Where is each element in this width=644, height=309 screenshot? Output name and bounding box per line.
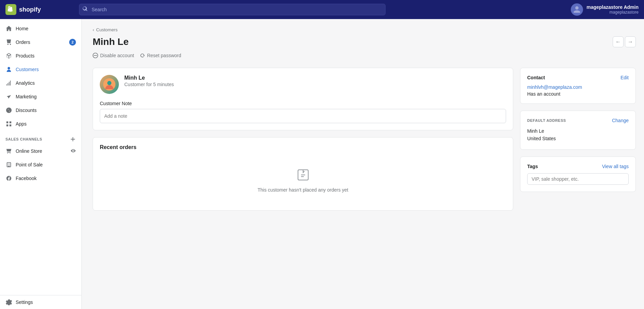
sidebar-label-marketing: Marketing bbox=[16, 94, 36, 99]
contact-title: Contact bbox=[527, 75, 545, 80]
sidebar-label-discounts: Discounts bbox=[16, 108, 36, 113]
customer-note-input[interactable] bbox=[100, 109, 506, 123]
pos-icon bbox=[5, 161, 12, 168]
sidebar-label-pos: Point of Sale bbox=[16, 162, 43, 167]
sidebar-item-facebook[interactable]: Facebook bbox=[0, 172, 81, 185]
change-address-button[interactable]: Change bbox=[612, 118, 629, 123]
logo[interactable]: shopify bbox=[5, 4, 74, 15]
user-store: mageplazastore bbox=[586, 10, 639, 15]
next-customer-button[interactable]: → bbox=[625, 36, 636, 47]
right-column: Contact Edit minhlvh@mageplaza.com Has a… bbox=[520, 68, 636, 217]
sidebar-item-marketing[interactable]: Marketing bbox=[0, 90, 81, 103]
page-title: Minh Le bbox=[93, 36, 129, 47]
sidebar-label-settings: Settings bbox=[16, 299, 33, 305]
left-column: Minh Le Customer for 5 minutes Customer … bbox=[93, 68, 513, 217]
sidebar-label-orders: Orders bbox=[16, 39, 30, 45]
sidebar-item-orders[interactable]: Orders 2 bbox=[0, 35, 81, 49]
disable-account-label: Disable account bbox=[100, 53, 134, 58]
customer-since: Customer for 5 minutes bbox=[124, 82, 174, 87]
nav-arrows: ← → bbox=[613, 36, 636, 47]
search-input[interactable] bbox=[79, 4, 386, 15]
breadcrumb[interactable]: ‹ Customers bbox=[93, 27, 636, 32]
note-label: Customer Note bbox=[100, 101, 506, 106]
sidebar-settings-section: Settings bbox=[0, 295, 81, 309]
tags-header: Tags View all tags bbox=[527, 164, 629, 169]
products-icon bbox=[5, 52, 12, 59]
sidebar-label-home: Home bbox=[16, 26, 28, 31]
search-bar bbox=[79, 4, 386, 15]
add-sales-channel-button[interactable] bbox=[70, 136, 76, 142]
facebook-icon bbox=[5, 175, 12, 182]
sidebar-item-analytics[interactable]: Analytics bbox=[0, 76, 81, 90]
address-header: DEFAULT ADDRESS Change bbox=[527, 118, 629, 123]
address-name: Minh Le bbox=[527, 127, 629, 135]
marketing-icon bbox=[5, 93, 12, 100]
sidebar-item-home[interactable]: Home bbox=[0, 22, 81, 35]
recent-orders-title: Recent orders bbox=[100, 144, 506, 150]
reset-password-label: Reset password bbox=[147, 53, 181, 58]
recent-orders-card: Recent orders This customer hasn't place… bbox=[93, 137, 513, 211]
empty-orders-icon bbox=[295, 167, 311, 183]
action-buttons: Disable account Reset password bbox=[93, 51, 636, 60]
default-address-card: DEFAULT ADDRESS Change Minh Le United St… bbox=[520, 111, 636, 150]
top-navigation: shopify mageplazastore Admin mageplazast… bbox=[0, 0, 644, 19]
sidebar-label-apps: Apps bbox=[16, 121, 27, 127]
prev-customer-button[interactable]: ← bbox=[613, 36, 624, 47]
customer-info: Minh Le Customer for 5 minutes bbox=[124, 75, 174, 87]
empty-orders-state: This customer hasn't placed any orders y… bbox=[100, 156, 506, 204]
avatar bbox=[571, 3, 583, 16]
customer-note-section: Customer Note bbox=[100, 101, 506, 123]
user-area[interactable]: mageplazastore Admin mageplazastore bbox=[571, 3, 639, 16]
contact-email[interactable]: minhlvh@mageplaza.com bbox=[527, 84, 629, 90]
home-icon bbox=[5, 25, 12, 32]
breadcrumb-text: Customers bbox=[96, 27, 117, 32]
reset-password-button[interactable]: Reset password bbox=[140, 51, 181, 60]
sidebar-label-customers: Customers bbox=[16, 67, 39, 72]
sidebar-item-online-store[interactable]: Online Store bbox=[0, 144, 81, 158]
customer-avatar bbox=[100, 75, 119, 94]
user-name: mageplazastore Admin bbox=[586, 4, 639, 10]
settings-icon bbox=[5, 299, 12, 306]
sidebar-item-customers[interactable]: Customers bbox=[0, 63, 81, 76]
sidebar-label-online-store: Online Store bbox=[16, 148, 42, 154]
customer-name: Minh Le bbox=[124, 75, 174, 81]
sales-channels-label: SALES CHANNELS bbox=[5, 137, 42, 141]
empty-orders-text: This customer hasn't placed any orders y… bbox=[257, 187, 348, 193]
view-all-tags-button[interactable]: View all tags bbox=[602, 164, 629, 169]
tags-title: Tags bbox=[527, 164, 538, 169]
sidebar: Home Orders 2 bbox=[0, 19, 82, 309]
discounts-icon bbox=[5, 107, 12, 114]
search-icon bbox=[82, 6, 88, 13]
sidebar-item-settings[interactable]: Settings bbox=[0, 295, 81, 309]
customers-icon bbox=[5, 66, 12, 73]
shopify-logo-icon bbox=[5, 4, 16, 15]
sidebar-item-products[interactable]: Products bbox=[0, 49, 81, 63]
contact-card: Contact Edit minhlvh@mageplaza.com Has a… bbox=[520, 68, 636, 104]
main-content: ‹ Customers Minh Le ← → Disable account bbox=[82, 19, 644, 309]
content-grid: Minh Le Customer for 5 minutes Customer … bbox=[93, 68, 636, 217]
page-header: Minh Le ← → bbox=[93, 36, 636, 47]
eye-icon[interactable] bbox=[70, 148, 76, 154]
sidebar-item-point-of-sale[interactable]: Point of Sale bbox=[0, 158, 81, 172]
reset-icon bbox=[140, 53, 145, 58]
tags-input[interactable] bbox=[527, 173, 629, 185]
user-info: mageplazastore Admin mageplazastore bbox=[586, 4, 639, 15]
customer-profile-card: Minh Le Customer for 5 minutes Customer … bbox=[93, 68, 513, 130]
analytics-icon bbox=[5, 80, 12, 86]
contact-header: Contact Edit bbox=[527, 75, 629, 80]
back-arrow-icon: ‹ bbox=[93, 27, 94, 32]
sidebar-navigation: Home Orders 2 bbox=[0, 19, 81, 188]
sidebar-item-apps[interactable]: Apps bbox=[0, 117, 81, 131]
address-label: DEFAULT ADDRESS bbox=[527, 118, 566, 123]
contact-edit-button[interactable]: Edit bbox=[621, 75, 629, 80]
disable-icon bbox=[93, 53, 98, 58]
contact-status: Has an account bbox=[527, 91, 629, 97]
sidebar-label-products: Products bbox=[16, 53, 34, 59]
sidebar-label-analytics: Analytics bbox=[16, 80, 35, 86]
tags-card: Tags View all tags bbox=[520, 157, 636, 192]
sidebar-item-discounts[interactable]: Discounts bbox=[0, 103, 81, 117]
online-store-icon bbox=[5, 148, 12, 154]
customer-profile: Minh Le Customer for 5 minutes bbox=[100, 75, 506, 94]
disable-account-button[interactable]: Disable account bbox=[93, 51, 134, 60]
orders-badge: 2 bbox=[69, 39, 76, 46]
